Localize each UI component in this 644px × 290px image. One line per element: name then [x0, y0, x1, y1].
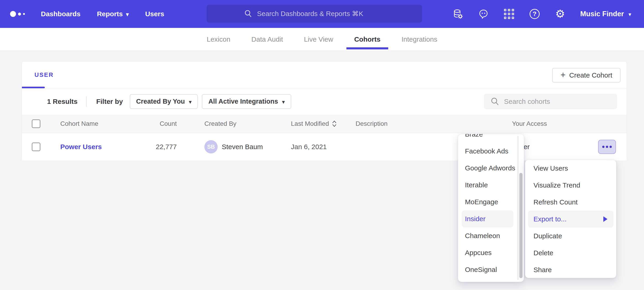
- tab-live-view[interactable]: Live View: [303, 28, 334, 51]
- create-cohort-label: Create Cohort: [569, 71, 612, 79]
- chevron-down-icon: ▾: [189, 99, 191, 104]
- menu-item-chameleon[interactable]: Chameleon: [458, 227, 524, 244]
- cohort-search[interactable]: [484, 94, 617, 109]
- card-header: USER + Create Cohort: [22, 62, 627, 88]
- submenu-arrow-icon: [603, 216, 608, 222]
- tab-integrations[interactable]: Integrations: [400, 28, 438, 51]
- col-description[interactable]: Description: [356, 120, 388, 127]
- created-by-name: Steven Baum: [222, 143, 263, 151]
- tab-label: Data Audit: [252, 36, 283, 43]
- menu-item-braze[interactable]: Braze: [458, 134, 524, 143]
- menu-item-facebook-ads[interactable]: Facebook Ads: [458, 143, 524, 160]
- section-tabs: Lexicon Data Audit Live View Cohorts Int…: [0, 28, 644, 51]
- menu-item-onesignal[interactable]: OneSignal: [458, 261, 524, 278]
- col-last-modified[interactable]: Last Modified: [291, 120, 337, 127]
- filter-integrations-dropdown[interactable]: All Active Integrations ▾: [202, 94, 291, 109]
- last-modified-date: Jan 6, 2021: [291, 143, 327, 151]
- menu-item-appcues[interactable]: Appcues: [458, 244, 524, 261]
- cohort-name-link[interactable]: Power Users: [60, 143, 102, 151]
- chevron-down-icon: ▾: [126, 12, 129, 17]
- nav-links: Dashboards Reports ▾ Users: [41, 10, 164, 18]
- menu-item-iterable[interactable]: Iterable: [458, 177, 524, 194]
- tab-label: Cohorts: [354, 36, 380, 43]
- ellipsis-icon: [610, 146, 612, 148]
- plus-icon: +: [560, 70, 566, 79]
- project-switcher[interactable]: Music Finder ▾: [580, 10, 631, 18]
- help-icon[interactable]: ?: [529, 9, 540, 20]
- col-your-access[interactable]: Your Access: [512, 120, 547, 127]
- menu-item-delete[interactable]: Delete: [525, 244, 616, 261]
- nav-dashboards[interactable]: Dashboards: [41, 10, 80, 18]
- nav-reports[interactable]: Reports ▾: [97, 10, 128, 18]
- avatar: SB: [204, 140, 218, 154]
- export-to-label: Export to...: [534, 215, 566, 223]
- tab-label: Live View: [304, 36, 333, 43]
- gear-glyph: ⚙: [555, 9, 565, 20]
- tab-cohorts[interactable]: Cohorts: [353, 28, 382, 51]
- search-icon: [490, 97, 500, 106]
- table-row: Power Users 22,777 SB Steven Baum Jan 6,…: [22, 133, 627, 161]
- menu-item-share[interactable]: Share: [525, 261, 616, 278]
- filter-created-by-dropdown[interactable]: Created By You ▾: [130, 94, 198, 109]
- menu-item-google-adwords[interactable]: Google Adwords: [458, 160, 524, 177]
- export-destinations-menu: Braze Facebook Ads Google Adwords Iterab…: [458, 134, 524, 282]
- cohort-count: 22,777: [145, 143, 177, 151]
- search-icon: [244, 9, 252, 18]
- menu-item-view-users[interactable]: View Users: [525, 160, 616, 177]
- create-cohort-button[interactable]: + Create Cohort: [552, 68, 620, 83]
- tab-label: Lexicon: [207, 36, 230, 43]
- nav-right-icons: ? ⚙ Music Finder ▾: [452, 9, 644, 20]
- divider: [86, 96, 86, 107]
- active-tab-underline: [22, 87, 45, 88]
- col-count[interactable]: Count: [145, 120, 177, 127]
- table-header: Cohort Name Count Created By Last Modifi…: [22, 115, 627, 133]
- col-created-by[interactable]: Created By: [204, 120, 236, 127]
- filter-integrations-value: All Active Integrations: [208, 98, 278, 105]
- menu-item-refresh-count[interactable]: Refresh Count: [525, 194, 616, 211]
- filter-row: 1 Results Filter by Created By You ▾ All…: [22, 88, 627, 115]
- menu-item-export-to[interactable]: Export to...: [528, 211, 614, 228]
- cohorts-card: USER + Create Cohort 1 Results Filter by…: [22, 61, 627, 161]
- sort-icon[interactable]: [332, 120, 337, 127]
- ellipsis-icon: [606, 146, 608, 148]
- question-glyph: ?: [532, 10, 536, 18]
- menu-item-duplicate[interactable]: Duplicate: [525, 228, 616, 244]
- top-nav: Dashboards Reports ▾ Users: [0, 0, 644, 28]
- cohort-search-input[interactable]: [504, 98, 604, 105]
- cohort-actions-menu: View Users Visualize Trend Refresh Count…: [525, 160, 616, 278]
- filter-created-by-value: Created By You: [136, 98, 185, 105]
- global-search-input[interactable]: [257, 10, 385, 18]
- col-cohort-name[interactable]: Cohort Name: [60, 120, 98, 127]
- results-count: 1 Results: [47, 98, 78, 105]
- ellipsis-icon: [602, 146, 604, 148]
- tab-user-cohorts[interactable]: USER: [34, 71, 54, 78]
- scrollbar-thumb[interactable]: [519, 173, 522, 278]
- nav-users[interactable]: Users: [145, 10, 164, 18]
- row-checkbox[interactable]: [32, 142, 40, 151]
- scrollbar-track[interactable]: [517, 136, 519, 280]
- nav-dashboards-label: Dashboards: [41, 10, 80, 18]
- menu-item-moengage[interactable]: MoEngage: [458, 194, 524, 210]
- menu-item-insider[interactable]: Insider: [462, 210, 513, 227]
- project-name: Music Finder: [580, 10, 624, 18]
- global-search[interactable]: [207, 5, 422, 23]
- filter-by-label: Filter by: [96, 98, 123, 105]
- chevron-down-icon: ▾: [628, 12, 631, 17]
- mixpanel-logo-icon[interactable]: [10, 11, 25, 17]
- data-management-icon[interactable]: [452, 9, 463, 20]
- nav-reports-label: Reports: [97, 10, 123, 18]
- tab-label: Integrations: [402, 36, 437, 43]
- tab-lexicon[interactable]: Lexicon: [206, 28, 231, 51]
- select-all-checkbox[interactable]: [32, 119, 40, 128]
- apps-grid-icon[interactable]: [504, 9, 514, 20]
- settings-icon[interactable]: ⚙: [555, 9, 566, 20]
- menu-item-visualize-trend[interactable]: Visualize Trend: [525, 177, 616, 194]
- nav-users-label: Users: [145, 10, 164, 18]
- col-last-modified-label: Last Modified: [291, 120, 329, 127]
- tab-data-audit[interactable]: Data Audit: [250, 28, 284, 51]
- more-actions-button[interactable]: [598, 140, 616, 154]
- feedback-icon[interactable]: [478, 9, 489, 20]
- chevron-down-icon: ▾: [282, 99, 285, 104]
